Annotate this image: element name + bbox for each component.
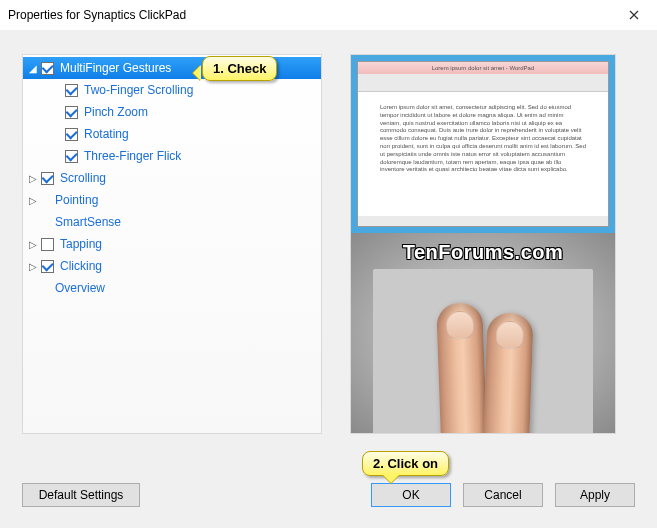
tree-item-tapping[interactable]: ▷ Tapping [23,233,321,255]
preview-doc-body: Lorem ipsum dolor sit amet, consectetur … [374,98,592,210]
dialog-content: ? ◢ MultiFinger Gestures Two-Finger Scro… [0,30,657,528]
preview-trackpad-area: TenForums.com [351,233,615,433]
checkbox-two-finger[interactable] [65,84,78,97]
dialog-buttons: Default Settings OK Cancel Apply [22,480,635,510]
checkbox-scrolling[interactable] [41,172,54,185]
expand-icon[interactable]: ▷ [27,194,39,206]
close-button[interactable] [611,0,657,30]
preview-ribbon [358,74,608,92]
finger-middle [482,312,533,433]
checkbox-pinch-zoom[interactable] [65,106,78,119]
annotation-step-2: 2. Click on [362,451,449,476]
tree-label: Scrolling [60,171,106,185]
default-settings-button[interactable]: Default Settings [22,483,140,507]
tree-item-scrolling[interactable]: ▷ Scrolling [23,167,321,189]
checkbox-tapping[interactable] [41,238,54,251]
tree-item-rotating[interactable]: Rotating [23,123,321,145]
tree-label: Tapping [60,237,102,251]
checkbox-clicking[interactable] [41,260,54,273]
tree-label: Three-Finger Flick [84,149,181,163]
apply-button[interactable]: Apply [555,483,635,507]
tree-label: Clicking [60,259,102,273]
checkbox-multifinger[interactable] [41,62,54,75]
preview-desktop: Lorem ipsum dolor sit amet - WordPad Lor… [351,55,615,233]
titlebar: Properties for Synaptics ClickPad [0,0,657,30]
checkbox-three-flick[interactable] [65,150,78,163]
tree-label: MultiFinger Gestures [60,61,171,75]
cancel-button[interactable]: Cancel [463,483,543,507]
preview-wordpad-window: Lorem ipsum dolor sit amet - WordPad Lor… [357,61,609,227]
tree-item-clicking[interactable]: ▷ Clicking [23,255,321,277]
window-title: Properties for Synaptics ClickPad [8,8,611,22]
collapse-icon[interactable]: ◢ [27,62,39,74]
annotation-step-1: 1. Check [202,56,277,81]
expand-icon[interactable]: ▷ [27,238,39,250]
checkbox-rotating[interactable] [65,128,78,141]
tree-item-smartsense[interactable]: SmartSense [23,211,321,233]
settings-tree: ? ◢ MultiFinger Gestures Two-Finger Scro… [22,54,322,434]
expand-icon[interactable]: ▷ [27,172,39,184]
gesture-preview: Lorem ipsum dolor sit amet - WordPad Lor… [350,54,616,434]
tree-label: Rotating [84,127,129,141]
close-icon [629,10,639,20]
tree-item-two-finger-scrolling[interactable]: Two-Finger Scrolling [23,79,321,101]
expand-icon[interactable]: ▷ [27,260,39,272]
finger-index [436,302,488,433]
tree-item-pinch-zoom[interactable]: Pinch Zoom [23,101,321,123]
tree-item-three-finger-flick[interactable]: Three-Finger Flick [23,145,321,167]
tree-label: Pointing [55,193,98,207]
tree-label: Pinch Zoom [84,105,148,119]
tree-label: Overview [55,281,105,295]
preview-doc-title: Lorem ipsum dolor sit amet - WordPad [358,62,608,74]
tree-label: Two-Finger Scrolling [84,83,193,97]
tree-label: SmartSense [55,215,121,229]
preview-statusbar [358,216,608,226]
tree-item-overview[interactable]: Overview [23,277,321,299]
tree-item-pointing[interactable]: ▷ Pointing [23,189,321,211]
watermark-text: TenForums.com [351,241,615,264]
